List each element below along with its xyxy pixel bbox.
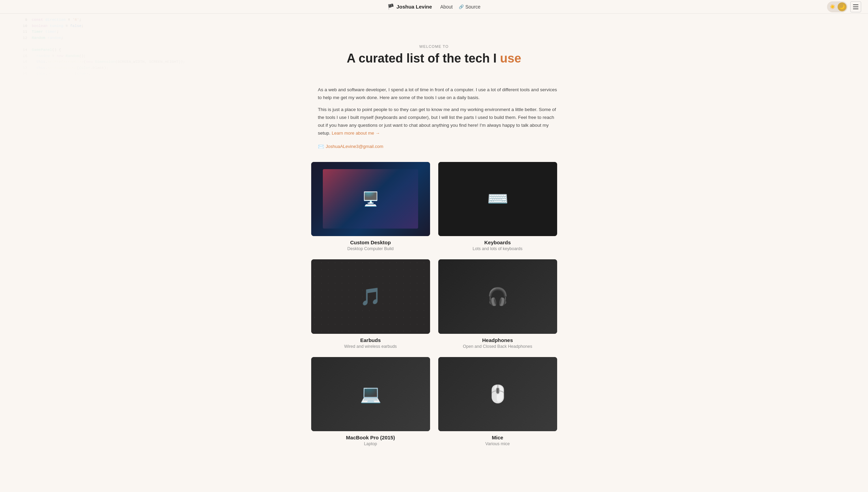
grid-item-earbuds[interactable]: 🎵 Earbuds Wired and wireless earbuds: [311, 259, 430, 349]
grid-item-title-mice: Mice: [438, 435, 557, 440]
email-icon: ✉️: [318, 143, 324, 151]
description-section: As a web and software developer, I spend…: [311, 86, 557, 151]
items-grid: Custom Desktop Desktop Computer Build Ke…: [311, 162, 557, 447]
hero-content: WELCOME TO A curated list of the tech I …: [0, 17, 868, 79]
grid-item-desc-headphones: Open and Closed Back Headphones: [438, 344, 557, 349]
nav-controls: ☀️ 🌙: [827, 1, 861, 12]
dark-mode-button[interactable]: 🌙: [838, 2, 846, 11]
grid-item-title-desktop: Custom Desktop: [311, 240, 430, 245]
main-content: As a web and software developer, I spend…: [298, 79, 571, 467]
source-icon: 🔗: [459, 4, 464, 9]
grid-item-headphones[interactable]: Headphones Open and Closed Back Headphon…: [438, 259, 557, 349]
grid-item-title-headphones: Headphones: [438, 337, 557, 343]
hero-title: A curated list of the tech I use: [7, 51, 861, 66]
grid-item-desc-keyboards: Lots and lots of keyboards: [438, 246, 557, 251]
learn-more-link[interactable]: Learn more about me →: [332, 131, 380, 136]
nav-source[interactable]: 🔗 Source: [459, 4, 480, 10]
grid-item-img-desktop: [311, 162, 430, 236]
grid-item-title-macbook: MacBook Pro (2015): [311, 435, 430, 440]
brand-icon: 🏴: [387, 3, 394, 10]
welcome-label: WELCOME TO: [7, 44, 861, 49]
description-para1: As a web and software developer, I spend…: [311, 86, 557, 102]
grid-item-img-macbook: [311, 357, 430, 432]
grid-item-img-earbuds: 🎵: [311, 259, 430, 334]
nav-about[interactable]: About: [440, 4, 453, 10]
brand-name: Joshua Levine: [396, 4, 432, 10]
theme-toggle: ☀️ 🌙: [827, 1, 848, 12]
light-mode-button[interactable]: ☀️: [828, 2, 837, 11]
hero-title-prefix: A curated list of the tech I: [347, 51, 500, 65]
grid-item-keyboards[interactable]: Keyboards Lots and lots of keyboards: [438, 162, 557, 251]
menu-icon-line3: [853, 9, 858, 9]
nav-source-label: Source: [465, 4, 480, 10]
grid-item-macbook[interactable]: MacBook Pro (2015) Laptop: [311, 357, 430, 447]
nav-links: About 🔗 Source: [440, 4, 481, 10]
email-text: JoshuaALevine3@gmail.com: [326, 143, 384, 150]
grid-item-desc-mice: Various mice: [438, 441, 557, 446]
grid-item-desc-desktop: Desktop Computer Build: [311, 246, 430, 251]
grid-item-img-keyboards: [438, 162, 557, 236]
grid-item-img-headphones: [438, 259, 557, 334]
nav-brand[interactable]: 🏴 Joshua Levine: [387, 3, 432, 10]
grid-item-custom-desktop[interactable]: Custom Desktop Desktop Computer Build: [311, 162, 430, 251]
grid-item-title-earbuds: Earbuds: [311, 337, 430, 343]
grid-item-title-keyboards: Keyboards: [438, 240, 557, 245]
nav-about-label: About: [440, 4, 453, 10]
email-link[interactable]: ✉️ JoshuaALevine3@gmail.com: [318, 143, 384, 151]
grid-item-desc-earbuds: Wired and wireless earbuds: [311, 344, 430, 349]
grid-item-desc-macbook: Laptop: [311, 441, 430, 446]
navbar: 🏴 Joshua Levine About 🔗 Source ☀️ 🌙: [0, 0, 868, 14]
menu-button[interactable]: [850, 1, 861, 12]
menu-icon-line2: [853, 6, 858, 7]
grid-item-img-mice: [438, 357, 557, 432]
description-para2: This is just a place to point people to …: [311, 106, 557, 137]
menu-icon-line1: [853, 4, 858, 5]
hero-title-accent: use: [500, 51, 521, 65]
grid-item-mice[interactable]: Mice Various mice: [438, 357, 557, 447]
